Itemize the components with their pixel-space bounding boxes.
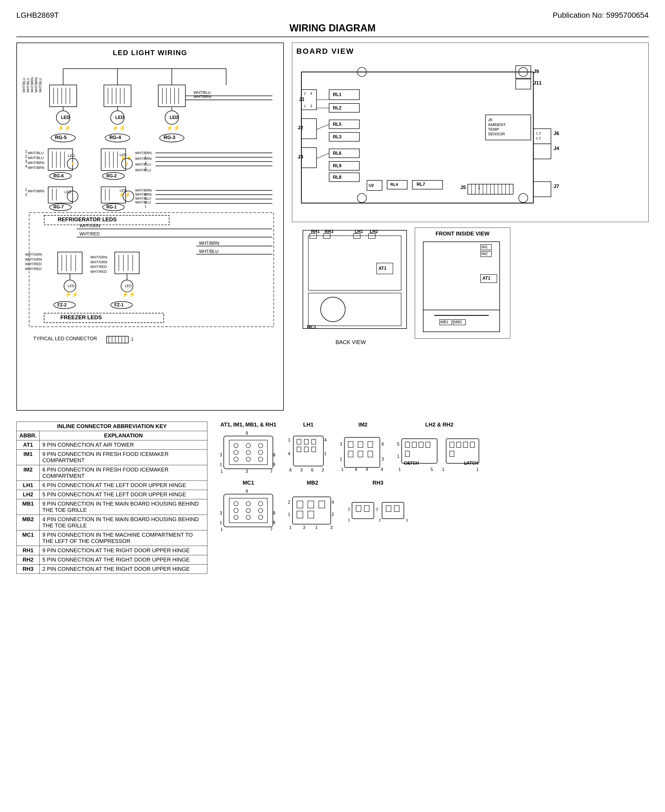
svg-text:⚡: ⚡	[125, 162, 129, 166]
svg-text:2: 2	[288, 500, 290, 504]
connector-lh2-rh2: LH2 & RH2 5 1 1	[396, 422, 483, 474]
svg-rect-375	[364, 506, 369, 512]
svg-point-349	[246, 501, 251, 506]
svg-text:WHT/BRN: WHT/BRN	[135, 151, 151, 155]
svg-text:3: 3	[219, 511, 222, 516]
connector-lh1: LH1 1 4 4 1	[287, 422, 330, 474]
svg-rect-380	[386, 506, 391, 512]
exp-rh2: 5 PIN CONNECTION AT THE RIGHT DOOR UPPER…	[39, 555, 207, 565]
svg-text:1: 1	[304, 104, 306, 108]
connector-mc1: MC1 3 1 9 9 9	[218, 480, 278, 532]
svg-rect-298	[304, 447, 308, 452]
svg-text:CATCH: CATCH	[404, 461, 419, 465]
abbr-row-lh2: LH2 5 PIN CONNECTION AT THE LEFT DOOR UP…	[16, 490, 207, 499]
svg-rect-367	[297, 511, 303, 518]
svg-rect-366	[319, 501, 325, 508]
svg-text:AT1: AT1	[482, 276, 490, 280]
svg-text:WHT/RED: WHT/RED	[79, 232, 100, 236]
rh3-connector-svg: 2 2 1 2 1	[347, 489, 409, 532]
connector-mb2: MB2 2 1 4 2 1 3	[287, 480, 338, 532]
abbr-row-im2: IM2 6 PIN CONNECTION IN FRESH FOOD ICEMA…	[16, 465, 207, 481]
svg-rect-308	[344, 437, 380, 467]
mb2-label: MB2	[307, 480, 318, 486]
abbr-header: INLINE CONNECTOR ABBREVIATION KEY	[16, 422, 207, 431]
abbr-lh2: LH2	[16, 490, 39, 499]
svg-text:1: 1	[341, 467, 344, 472]
svg-text:WHT/BLU: WHT/BLU	[38, 78, 42, 92]
svg-text:U2: U2	[369, 183, 374, 187]
svg-text:RG-7: RG-7	[54, 205, 64, 209]
svg-text:⚡: ⚡	[70, 162, 75, 166]
board-view-section: BOARD VIEW J9 J11 J1 2 4 1	[292, 43, 649, 222]
svg-rect-335	[470, 442, 475, 447]
right-panel: BOARD VIEW J9 J11 J1 2 4 1	[292, 43, 649, 411]
svg-text:AMBIENT: AMBIENT	[488, 123, 506, 127]
svg-text:MC1: MC1	[307, 325, 316, 329]
svg-text:J11: J11	[533, 80, 542, 86]
svg-text:J2: J2	[298, 125, 303, 131]
svg-rect-334	[464, 442, 468, 447]
title-divider	[16, 36, 649, 37]
svg-text:RG-2: RG-2	[106, 174, 117, 178]
svg-text:6: 6	[289, 468, 292, 472]
front-view-container: FRONT INSIDE VIEW IM1 I	[415, 228, 510, 345]
svg-text:4: 4	[25, 164, 27, 169]
svg-text:WHT/BRN: WHT/BRN	[28, 165, 44, 170]
svg-text:⚡⚡: ⚡⚡	[112, 125, 126, 131]
svg-text:4: 4	[310, 92, 312, 95]
model-number: LGHB2869T	[16, 11, 59, 20]
svg-text:LED: LED	[115, 115, 124, 120]
svg-text:1: 1	[219, 520, 222, 525]
svg-rect-253	[310, 234, 316, 239]
svg-rect-374	[356, 506, 361, 512]
svg-text:J3: J3	[298, 154, 303, 160]
svg-text:RL5: RL5	[333, 122, 341, 127]
svg-text:9: 9	[273, 511, 275, 516]
lh2-rh2-label: LH2 & RH2	[425, 422, 453, 428]
svg-text:RL4: RL4	[390, 182, 398, 187]
svg-text:WHT/BRN: WHT/BRN	[135, 157, 151, 161]
svg-rect-202	[301, 147, 316, 168]
svg-text:WHT/BRN: WHT/BRN	[135, 192, 151, 196]
svg-text:3: 3	[321, 468, 324, 472]
svg-text:J6: J6	[554, 131, 559, 136]
svg-text:WHT/GRN: WHT/GRN	[25, 257, 42, 261]
lh1-connector-svg: 1 4 4 1 6 3 3	[287, 431, 330, 474]
svg-text:LED: LED	[68, 284, 74, 288]
svg-text:LH1: LH1	[355, 229, 363, 234]
svg-text:⚡⚡: ⚡⚡	[57, 125, 71, 131]
svg-text:3: 3	[303, 525, 305, 530]
svg-text:WHT/RED: WHT/RED	[25, 267, 41, 271]
svg-text:⚡⚡: ⚡⚡	[120, 155, 132, 161]
svg-rect-211	[533, 144, 551, 159]
mc1-label: MC1	[242, 480, 254, 486]
svg-point-353	[259, 508, 263, 513]
board-view-title: BOARD VIEW	[296, 47, 644, 56]
svg-point-245	[321, 297, 345, 322]
svg-rect-346	[224, 494, 273, 527]
svg-text:FZ-1: FZ-1	[115, 303, 124, 307]
back-front-row: RH1 RH3 LH1 LH2 AT1 MC1	[292, 228, 649, 345]
svg-point-350	[259, 501, 263, 506]
svg-text:⚡⚡: ⚡⚡	[167, 125, 180, 131]
svg-text:6: 6	[311, 468, 313, 472]
svg-rect-368	[308, 511, 314, 518]
lh2-rh2-connector-svg: 5 1 1 5 CATCH	[396, 431, 483, 474]
svg-text:REFRIGERATOR LEDS: REFRIGERATOR LEDS	[57, 216, 116, 223]
svg-rect-324	[419, 442, 423, 447]
svg-text:RL6: RL6	[333, 151, 341, 156]
svg-rect-295	[304, 439, 308, 444]
svg-text:3: 3	[219, 453, 222, 457]
at1-im1-label: AT1, IM1, MB1, & RH1	[220, 422, 276, 428]
svg-text:LED: LED	[61, 115, 70, 120]
svg-text:2: 2	[332, 512, 334, 517]
svg-text:4: 4	[288, 451, 290, 456]
svg-text:RG-1: RG-1	[106, 205, 117, 209]
svg-rect-242	[303, 230, 406, 329]
svg-text:MB1: MB1	[441, 320, 448, 324]
svg-text:LED: LED	[170, 115, 179, 120]
svg-text:1: 1	[340, 457, 342, 462]
rh3-label: RH3	[372, 480, 383, 486]
svg-text:6: 6	[382, 442, 384, 446]
led-wiring-svg: LED ⚡⚡ RG-5 WHT/BLU WHT/BLU WHT/BRN WHT/…	[22, 62, 278, 404]
